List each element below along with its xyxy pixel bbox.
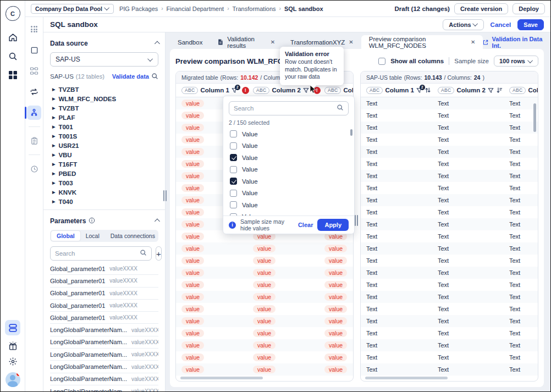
table-tree-item[interactable]: ▶WLM_RFC_NODES <box>50 94 158 103</box>
close-icon[interactable]: ✕ <box>271 39 275 45</box>
search-icon[interactable] <box>151 73 158 81</box>
collapse-icon[interactable] <box>155 41 160 46</box>
breadcrumb-item[interactable]: SQL sandbox <box>284 5 323 12</box>
table-tree-item[interactable]: ▶TVZBT <box>50 103 158 113</box>
tab-validation-results[interactable]: Validation results✕ <box>210 35 283 49</box>
lineage-icon[interactable] <box>27 106 41 120</box>
user-avatar[interactable] <box>5 372 20 387</box>
option-checkbox[interactable] <box>230 201 237 208</box>
sample-size-dropdown[interactable]: 100 rows <box>494 56 538 67</box>
tab-preview-comparison-wlm_rfc_nodes[interactable]: Preview comparison WLM_RFC_NODES✕ <box>361 35 483 49</box>
option-checkbox[interactable] <box>230 166 237 173</box>
table-tree-item[interactable]: ▶TVZBT <box>50 85 158 94</box>
parameter-row[interactable]: Global_parameter01valueXXXX <box>50 275 158 287</box>
panel-resize-handle[interactable] <box>163 190 167 201</box>
table-tree-item[interactable]: ▶T003 <box>50 178 158 187</box>
home-icon[interactable] <box>8 33 18 42</box>
parameter-row[interactable]: LongGlobalParameterNam...valueXXXXXXXXX <box>50 324 158 336</box>
parameter-row[interactable]: LongGlobalParameterNam...valueXXXXXXXXX <box>50 336 158 349</box>
transform-icon[interactable] <box>27 85 41 99</box>
table-tree-item[interactable]: ▶KNVK <box>50 187 158 197</box>
filter-option[interactable]: Value <box>223 199 354 211</box>
table-tree-item[interactable]: ▶T001S <box>50 131 158 141</box>
deploy-button[interactable]: Deploy <box>513 3 545 14</box>
assistant-icon[interactable] <box>5 320 20 335</box>
filter-icon[interactable] <box>488 87 494 93</box>
breadcrumb-item[interactable]: PIG Packages <box>119 5 158 12</box>
filter-option[interactable]: Value <box>223 211 354 216</box>
filter-option[interactable]: Value <box>223 164 354 176</box>
option-checkbox[interactable] <box>230 130 237 137</box>
filter-icon[interactable] <box>303 87 309 93</box>
option-checkbox[interactable] <box>230 142 237 150</box>
table-tree-item[interactable]: ▶PBED <box>50 169 158 178</box>
breadcrumb-item[interactable]: Transformations <box>233 5 276 12</box>
validate-data-link[interactable]: Validate data <box>112 73 149 80</box>
tab-sandbox[interactable]: Sandbox <box>170 35 210 49</box>
option-checkbox[interactable] <box>230 178 237 185</box>
column-header[interactable]: ABCColumn 3 <box>504 84 538 97</box>
apply-button[interactable]: Apply <box>317 219 349 231</box>
parameter-row[interactable]: LongGlobalParameterNam...valueXXXXXXXXX <box>50 385 158 391</box>
parameter-row[interactable]: Global_parameter01valueXXXX <box>50 263 158 275</box>
data-source-select[interactable]: SAP-US <box>50 52 158 67</box>
search-icon[interactable] <box>8 52 18 61</box>
filter-option[interactable]: Value <box>223 187 354 200</box>
sort-updown-icon[interactable] <box>425 87 431 93</box>
close-icon[interactable]: ✕ <box>471 39 475 45</box>
collapse-icon[interactable] <box>155 218 160 224</box>
drag-handle-icon[interactable] <box>27 22 41 36</box>
apps-icon[interactable] <box>8 70 18 80</box>
log-icon[interactable] <box>27 134 41 148</box>
settings-icon[interactable] <box>8 357 18 366</box>
filter-search-input[interactable] <box>229 101 349 115</box>
vertical-scrollbar[interactable] <box>533 103 536 132</box>
filter-option[interactable]: Value <box>223 175 354 187</box>
horizontal-scrollbar[interactable] <box>365 377 448 379</box>
column-header[interactable]: ABCColumn 2! <box>247 84 319 97</box>
filter-option[interactable]: Value <box>223 128 354 140</box>
validation-link[interactable]: Validation in Data Int. <box>483 35 544 49</box>
parameters-tab-global[interactable]: Global <box>51 231 80 241</box>
history-icon[interactable] <box>27 162 41 176</box>
cancel-button[interactable]: Cancel <box>491 21 511 28</box>
table-tree-item[interactable]: ▶PLAF <box>50 113 158 122</box>
parameter-row[interactable]: LongGlobalParameterNam...valueXXXXXXXXX <box>50 349 158 361</box>
option-checkbox[interactable] <box>230 154 237 161</box>
filter-option[interactable]: Value <box>223 152 354 164</box>
breadcrumb-item[interactable]: Financial Department <box>167 5 224 12</box>
parameter-row[interactable]: Global_parameter01valueXXXX <box>50 288 158 300</box>
workspace-selector[interactable]: Company Dep Data Pool <box>31 4 114 14</box>
filter-option[interactable]: Value <box>223 140 354 152</box>
table-tree-item[interactable]: ▶T040 <box>50 197 158 206</box>
horizontal-scrollbar[interactable] <box>180 377 263 379</box>
brand-logo-icon[interactable]: C <box>5 6 20 21</box>
column-header[interactable]: ABCColumn 12! <box>176 84 247 97</box>
parameter-row[interactable]: Global_parameter01valueXXXX <box>50 300 158 312</box>
table-tree-item[interactable]: ▶VBU <box>50 150 158 159</box>
parameter-row[interactable]: LongGlobalParameterNam...valueXXXXXXXXX <box>50 361 158 373</box>
option-checkbox[interactable] <box>230 190 237 197</box>
column-header[interactable]: ABCColumn 12 <box>361 84 432 97</box>
dropdown-scrollbar[interactable] <box>350 129 352 136</box>
parameter-row[interactable]: LongGlobalParameterNam...valueXXXXXXXXX <box>50 373 158 385</box>
close-icon[interactable]: ✕ <box>349 39 353 45</box>
table-tree-item[interactable]: ▶USR21 <box>50 141 158 150</box>
parameters-tab-local[interactable]: Local <box>80 231 105 241</box>
add-parameter-button[interactable]: + <box>156 246 162 261</box>
actions-button[interactable]: Actions <box>443 19 483 30</box>
table-resize-handle[interactable] <box>355 215 359 226</box>
mapping-icon[interactable] <box>27 64 41 78</box>
show-all-columns-checkbox[interactable] <box>378 58 385 65</box>
whats-new-icon[interactable] <box>8 341 18 351</box>
table-tree-item[interactable]: ▶T001 <box>50 122 158 131</box>
sort-desc-icon[interactable] <box>496 87 503 93</box>
create-version-button[interactable]: Create version <box>454 3 508 14</box>
save-button[interactable]: Save <box>517 19 544 30</box>
parameters-search-input[interactable] <box>50 246 152 261</box>
clear-button[interactable]: Clear <box>298 222 313 228</box>
parameter-row[interactable]: Global_parameter01valueXXXX <box>50 312 158 324</box>
column-header[interactable]: ABCColumn 3 <box>319 84 353 97</box>
parameters-tab-data-connections[interactable]: Data connections <box>105 231 161 241</box>
option-checkbox[interactable] <box>230 213 237 216</box>
